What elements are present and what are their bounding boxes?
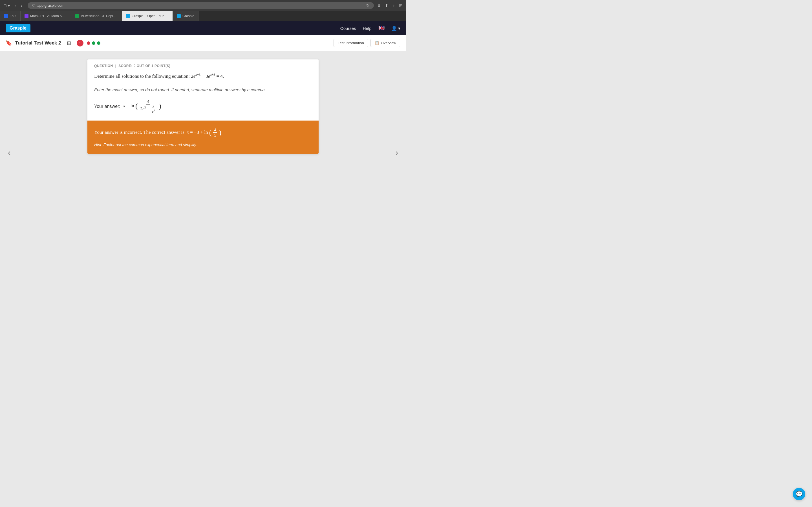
your-answer-label: Your answer: [94, 104, 120, 109]
tab-mathgpt[interactable]: MathGPT | AI Math Solver & Calculator [20, 11, 71, 21]
main-content: ‹ QUESTION | SCORE: 0 OUT OF 1 POINT(S) … [0, 51, 406, 255]
security-lock-icon: 🛡 [32, 4, 35, 7]
test-title: Tutorial Test Week 2 [15, 40, 61, 46]
answer-fraction: 4 2e3 + 3e3 [140, 99, 157, 114]
question-badge: 1 [77, 40, 84, 47]
tab-grasple2-icon [177, 14, 181, 18]
dot-indicators [87, 41, 100, 45]
question-instruction: Enter the exact answer, so do not round.… [94, 87, 312, 93]
calculator-icon[interactable]: ⊞ [67, 40, 71, 46]
tab-mathgpt-label: MathGPT | AI Math Solver & Calculator [30, 14, 67, 18]
url-display: app.grasple.com [38, 3, 64, 8]
browser-chrome: ⊡ ▾ ‹ › 🛡 app.grasple.com ↻ ⬇ ⬆ + ⊞ [0, 0, 406, 11]
reload-icon[interactable]: ↻ [366, 3, 369, 8]
feedback-text: Your answer is incorrect. The correct an… [94, 127, 312, 138]
courses-link[interactable]: Courses [340, 26, 356, 31]
tab-grasple2-label: Grasple [183, 14, 194, 18]
address-bar[interactable]: 🛡 app.grasple.com ↻ [28, 2, 374, 9]
answer-row: Your answer: x = ln ( 4 2e3 + 3e3 ) [94, 99, 312, 114]
user-answer-display: x = ln ( 4 2e3 + 3e3 ) [123, 99, 161, 114]
tab-fout-label: Fout [10, 14, 16, 18]
tab-fout[interactable]: Fout [0, 11, 20, 21]
question-text: Determine all solutions to the following… [94, 72, 312, 80]
question-label: QUESTION [94, 64, 113, 68]
grid-icon[interactable]: ⊞ [399, 3, 403, 8]
correct-fraction: 4 5 [213, 127, 217, 138]
question-card: QUESTION | SCORE: 0 OUT OF 1 POINT(S) De… [87, 59, 319, 154]
back-arrow-icon[interactable]: ‹ [13, 3, 18, 9]
question-body: Determine all solutions to the following… [87, 70, 319, 121]
app-logo[interactable]: Grasple [6, 24, 31, 33]
share-icon[interactable]: ⬆ [385, 3, 389, 8]
tab-grasple-icon [126, 14, 130, 18]
question-text-prefix: Determine all solutions to the following… [94, 73, 191, 79]
dot-3 [97, 41, 100, 45]
correct-answer-display: x = −3 + ln ( 4 5 ) [186, 129, 221, 135]
toolbar: 🔖 Tutorial Test Week 2 ⊞ 1 Test Informat… [0, 35, 406, 51]
overview-icon: 📋 [375, 41, 379, 45]
dot-1 [87, 41, 90, 45]
app-navbar: Grasple Courses Help 🇬🇧 👤 ▾ [0, 21, 406, 35]
overview-button[interactable]: 📋 Overview [370, 39, 400, 47]
language-flag-icon[interactable]: 🇬🇧 [378, 25, 385, 31]
help-link[interactable]: Help [363, 26, 371, 31]
test-information-label: Test Information [338, 41, 364, 45]
forward-arrow-icon[interactable]: › [19, 3, 24, 9]
overview-label: Overview [381, 41, 396, 45]
browser-action-buttons: ⬇ ⬆ + ⊞ [377, 3, 403, 8]
download-icon[interactable]: ⬇ [377, 3, 381, 8]
feedback-hint: Hint: Factor out the common exponential … [94, 143, 312, 147]
hint-text: Factor out the common exponential term a… [103, 143, 197, 147]
tabs-bar: Fout MathGPT | AI Math Solver & Calculat… [0, 11, 406, 21]
header-separator: | [115, 64, 117, 68]
dot-2 [92, 41, 95, 45]
tab-ai-wiskunde-icon [75, 14, 79, 18]
feedback-incorrect-prefix: Your answer is incorrect. The correct an… [94, 129, 185, 135]
hint-label: Hint: [94, 143, 102, 147]
test-information-button[interactable]: Test Information [334, 39, 368, 47]
tab-fout-icon [4, 14, 8, 18]
next-question-arrow[interactable]: › [393, 146, 400, 159]
tab-mathgpt-icon [24, 14, 29, 18]
bookmark-icon: 🔖 [6, 40, 12, 46]
equation-display: 2ex+3 + 3ex+3 = 4. [191, 73, 224, 79]
tab-ai-wiskunde-label: AI-wiskunde-GPT-oplosser aangedreven... [81, 14, 118, 18]
question-header: QUESTION | SCORE: 0 OUT OF 1 POINT(S) [87, 59, 319, 70]
tab-grasple2[interactable]: Grasple [173, 11, 199, 21]
browser-nav-arrows: ‹ › [13, 3, 24, 9]
tab-grasple[interactable]: Grasple – Open Education [122, 11, 173, 21]
new-tab-icon[interactable]: + [393, 3, 395, 8]
tab-grasple-label: Grasple – Open Education [132, 14, 168, 18]
sidebar-toggle-icon[interactable]: ⊡ ▾ [3, 3, 10, 8]
user-menu-icon[interactable]: 👤 ▾ [391, 25, 400, 31]
score-label: SCORE: 0 OUT OF 1 POINT(S) [118, 64, 170, 68]
prev-question-arrow[interactable]: ‹ [6, 146, 13, 159]
nav-links: Courses Help 🇬🇧 👤 ▾ [340, 25, 400, 31]
tab-ai-wiskunde[interactable]: AI-wiskunde-GPT-oplosser aangedreven... [71, 11, 122, 21]
feedback-panel: Your answer is incorrect. The correct an… [87, 121, 319, 154]
toolbar-right: Test Information 📋 Overview [334, 39, 400, 47]
